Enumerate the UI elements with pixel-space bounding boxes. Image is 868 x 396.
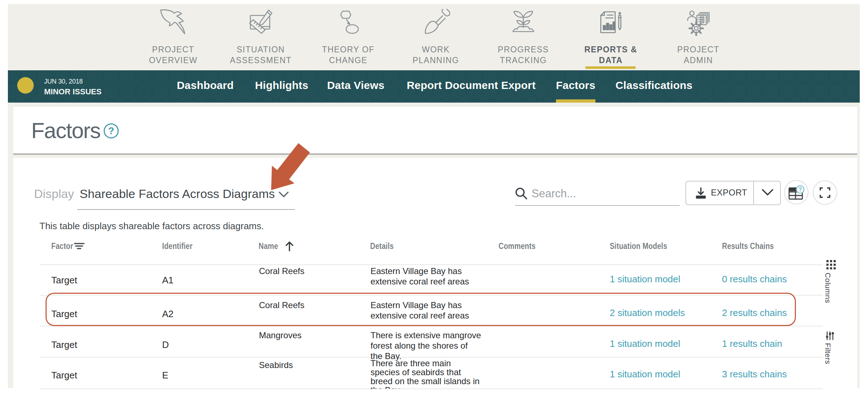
svg-text:?: ? [798, 187, 802, 193]
svg-text:?: ? [108, 126, 114, 136]
